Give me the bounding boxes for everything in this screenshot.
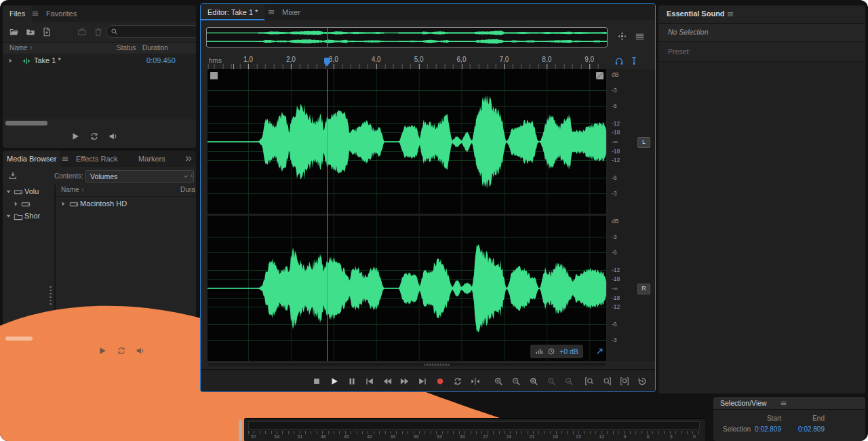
media-import-icon[interactable] [8,171,18,180]
search-icon [111,28,118,35]
stop-icon[interactable] [312,377,321,386]
disclosure-down-icon[interactable] [5,212,12,220]
selection-panel-menu-icon[interactable] [780,400,787,407]
essential-panel-menu-icon[interactable] [726,10,734,18]
overview-strip[interactable] [206,27,608,47]
overview-icons [617,31,645,41]
db-scale-label: -3 [612,337,617,343]
loop-icon[interactable] [90,132,99,141]
files-panel-menu-icon[interactable] [31,9,39,18]
zoom-amp-in-icon[interactable] [547,377,556,386]
essential-title: Essential Sound [667,9,725,18]
disclosure-down-icon[interactable] [5,188,12,195]
tab-mixer[interactable]: Mixer [282,4,300,20]
gain-value[interactable]: +0 dB [559,347,578,356]
channel-left-button[interactable]: L [637,137,650,148]
waveform-plot[interactable]: +0 dB [208,69,606,361]
forward-icon[interactable] [400,377,410,386]
db-scale-label: -3 [612,87,617,94]
media-toolbar: Contents: Volumes [3,167,196,185]
ruler-tick-label: 7,0 [499,56,509,63]
meter-scale-label: 54 [274,434,279,439]
import-file-icon[interactable] [26,27,35,37]
zoom-sel-icon[interactable] [620,377,629,386]
record-icon[interactable] [435,377,445,386]
db-scale-label: -3 [612,190,617,197]
levels-icon [535,347,543,356]
media-panel-menu-icon[interactable] [61,155,69,163]
zoom-in-icon[interactable] [494,377,503,386]
zoom-out-icon[interactable] [511,377,521,386]
playhead-marker[interactable] [324,58,330,66]
tab-editor[interactable]: Editor: Take 1 * [201,4,264,20]
media-divider[interactable] [54,185,56,363]
bridge-icon[interactable] [77,27,87,37]
tree-grip[interactable] [50,286,52,307]
files-col-status[interactable]: Status [117,44,136,52]
disclosure-right-icon[interactable] [12,200,20,208]
tree-item-child[interactable] [3,198,53,210]
speaker-icon[interactable] [136,346,145,356]
plot-corner-toggle-right[interactable] [596,72,604,79]
panel-collapse-icon[interactable] [189,172,195,179]
channel-right-button[interactable]: R [637,284,650,294]
skip-start-icon[interactable] [365,377,374,386]
ruler-ticks [208,64,606,69]
zoom-sel-out-icon[interactable] [602,377,612,386]
media-col-duration[interactable]: Dura [180,186,195,193]
zoom-win-icon[interactable] [529,377,538,386]
rewind-icon[interactable] [382,377,392,386]
new-file-icon[interactable] [42,27,52,37]
editor-hscrollbar[interactable] [208,362,606,367]
files-search-box[interactable] [106,25,196,38]
tree-item-volumes[interactable]: Volu [3,186,53,198]
monitor-headphones-icon[interactable] [614,56,624,66]
zoom-sel-in-icon[interactable] [585,377,594,386]
files-hscrollbar[interactable] [5,121,47,126]
tab-favorites[interactable]: Favorites [46,5,77,22]
trim-icon[interactable] [471,377,480,386]
snap-icon[interactable] [595,347,604,356]
selection-end-value[interactable]: 0:02.809 [791,425,825,433]
trash-icon[interactable] [94,27,103,37]
row-disclosure-icon[interactable] [7,57,14,64]
tab-markers[interactable]: Markers [138,151,165,167]
gain-readout[interactable]: +0 dB [530,345,583,358]
play-icon[interactable] [71,132,80,141]
skip-end-icon[interactable] [418,377,427,386]
hscroll-handle[interactable] [424,364,450,366]
tab-overflow-icon[interactable] [184,155,193,163]
files-col-name[interactable]: Name ↑ [9,44,33,52]
row-disclosure-icon[interactable] [60,200,67,208]
play-icon[interactable] [330,377,339,386]
tab-favorites-label: Favorites [46,9,77,18]
level-pin-icon[interactable] [629,56,639,66]
media-col-name[interactable]: Name ↑ [61,186,84,193]
contents-dropdown[interactable]: Volumes [85,170,194,183]
restore-time-icon[interactable] [637,377,647,386]
files-search-input[interactable] [121,27,184,36]
meter-scale-label: 6 [647,434,650,439]
play-icon[interactable] [98,346,107,356]
plot-corner-toggle-left[interactable] [210,72,218,79]
zoom-amp-out-icon[interactable] [564,377,574,386]
loop-icon[interactable] [117,346,126,356]
editor-panel-menu-icon[interactable] [267,8,275,16]
divider-handle[interactable] [239,420,242,441]
media-list-row[interactable]: Macintosh HD [56,198,196,210]
speaker-icon[interactable] [108,132,118,141]
playhead-line[interactable] [327,69,328,361]
tab-files[interactable]: Files [3,5,32,22]
media-hscrollbar[interactable] [5,337,33,341]
files-row-take1[interactable]: Take 1 * 0:09.450 [3,55,196,67]
loop-icon[interactable] [453,377,462,386]
tab-media-browser[interactable]: Media Browser [3,151,60,167]
tree-item-shortcuts[interactable]: Shor [3,210,53,223]
scroll-zoom-icon[interactable] [617,31,627,41]
selection-start-value[interactable]: 0:02.809 [747,425,781,433]
list-rows-icon[interactable] [635,31,645,41]
tab-effects-rack[interactable]: Effects Rack [76,151,118,167]
files-col-duration[interactable]: Duration [142,44,168,52]
pause-icon[interactable] [347,377,357,386]
open-folder-icon[interactable] [9,27,19,37]
